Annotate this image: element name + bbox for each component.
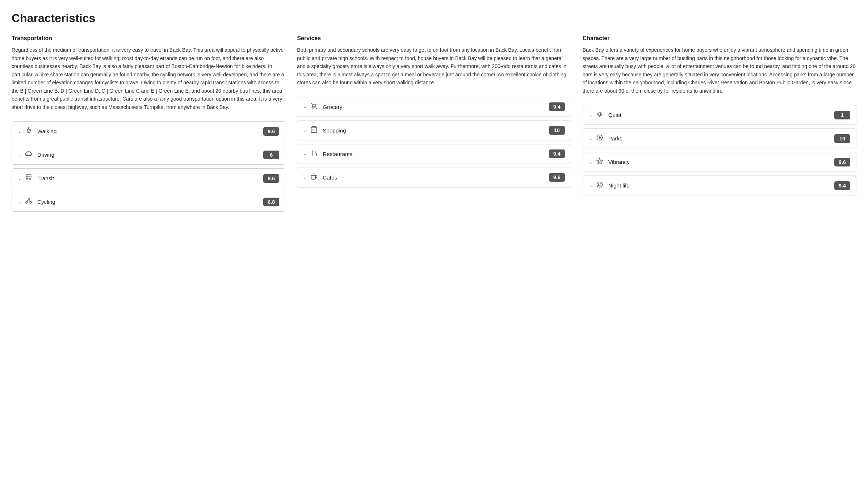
card-score-badge: 6: [263, 151, 279, 159]
chevron-down-icon[interactable]: ⌄: [18, 199, 21, 204]
score-card: ⌄Walking9.6: [12, 121, 285, 141]
card-score-badge: 6.8: [263, 198, 279, 206]
card-score-badge: 9.6: [263, 174, 279, 183]
transportation-cards: ⌄Walking9.6⌄Driving6⌄Transit9.6⌄Cycling6…: [12, 121, 285, 212]
score-card: ⌄Parks10: [583, 128, 856, 148]
svg-point-5: [27, 179, 28, 180]
score-card: ⌄Cafes9.6: [297, 168, 571, 187]
chevron-down-icon[interactable]: ⌄: [303, 128, 307, 133]
services-cards: ⌄Grocery9.4⌄Shopping10⌄Restaurants9.4⌄Ca…: [297, 97, 571, 187]
card-label: Cafes: [323, 174, 549, 181]
card-label: Cycling: [37, 199, 263, 205]
chevron-down-icon[interactable]: ⌄: [589, 136, 592, 141]
column-character: CharacterBack Bay offers a variety of ex…: [583, 35, 856, 212]
chevron-down-icon[interactable]: ⌄: [18, 129, 21, 134]
night-life-icon: [595, 181, 604, 190]
card-label: Driving: [37, 152, 263, 158]
card-label: Parks: [608, 135, 834, 142]
walking-icon: [24, 127, 33, 136]
chevron-down-icon[interactable]: ⌄: [589, 160, 592, 165]
score-card: ⌄Grocery9.4: [297, 97, 571, 117]
column-services: ServicesBoth primary and secondary schoo…: [297, 35, 571, 212]
chevron-down-icon[interactable]: ⌄: [303, 104, 307, 109]
chevron-down-icon[interactable]: ⌄: [303, 151, 307, 156]
card-label: Grocery: [323, 104, 549, 110]
chevron-down-icon[interactable]: ⌄: [589, 183, 592, 188]
parks-icon: [595, 134, 604, 143]
score-card: ⌄Driving6: [12, 145, 285, 165]
chevron-down-icon[interactable]: ⌄: [303, 175, 307, 180]
card-score-badge: 1: [834, 111, 850, 119]
svg-point-10: [313, 108, 314, 109]
score-card: ⌄Shopping10: [297, 121, 571, 140]
card-label: Transit: [37, 175, 263, 181]
card-score-badge: 10: [834, 134, 850, 143]
character-text: Back Bay offers a variety of experiences…: [583, 46, 856, 95]
columns-container: TransportationRegardless of the medium o…: [12, 35, 856, 212]
card-label: Night life: [608, 182, 834, 189]
chevron-down-icon[interactable]: ⌄: [18, 176, 21, 181]
card-score-badge: 9.4: [549, 149, 565, 158]
card-label: Walking: [37, 128, 263, 134]
svg-point-17: [597, 135, 602, 140]
vibrancy-icon: [595, 157, 604, 166]
services-text: Both primary and secondary schools are v…: [297, 46, 571, 87]
restaurants-icon: [310, 149, 318, 159]
chevron-down-icon[interactable]: ⌄: [589, 113, 592, 118]
card-score-badge: 9.4: [549, 102, 565, 111]
character-title: Character: [583, 35, 856, 42]
svg-point-6: [29, 179, 30, 180]
shopping-icon: [310, 126, 318, 135]
svg-point-18: [599, 137, 600, 138]
chevron-down-icon[interactable]: ⌄: [18, 152, 21, 157]
score-card: ⌄Night life9.4: [583, 176, 856, 195]
page-title: Characteristics: [12, 12, 856, 25]
transportation-text: Regardless of the medium of transportati…: [12, 46, 285, 111]
column-transportation: TransportationRegardless of the medium o…: [12, 35, 285, 212]
cafes-icon: [310, 173, 318, 182]
card-label: Quiet: [608, 112, 834, 118]
card-score-badge: 9.4: [834, 181, 850, 190]
score-card: ⌄Transit9.6: [12, 168, 285, 188]
character-cards: ⌄Quiet1⌄Parks10⌄Vibrancy9.6⌄Night life9.…: [583, 105, 856, 195]
card-score-badge: 10: [549, 126, 565, 135]
cycling-icon: [24, 197, 33, 206]
score-card: ⌄Quiet1: [583, 105, 856, 125]
card-label: Vibrancy: [608, 159, 834, 165]
score-card: ⌄Vibrancy9.6: [583, 152, 856, 172]
card-label: Restaurants: [323, 151, 549, 157]
card-score-badge: 9.6: [834, 158, 850, 166]
card-score-badge: 9.6: [263, 127, 279, 136]
card-score-badge: 9.6: [549, 173, 565, 182]
transit-icon: [24, 174, 33, 183]
score-card: ⌄Cycling6.8: [12, 192, 285, 212]
score-card: ⌄Restaurants9.4: [297, 144, 571, 164]
grocery-icon: [310, 102, 318, 111]
quiet-icon: [595, 110, 604, 119]
svg-point-9: [29, 198, 30, 199]
driving-icon: [24, 150, 33, 159]
card-label: Shopping: [323, 127, 549, 134]
transportation-title: Transportation: [12, 35, 285, 42]
svg-point-0: [28, 127, 29, 128]
svg-point-8: [30, 202, 32, 203]
svg-point-11: [316, 108, 317, 109]
services-title: Services: [297, 35, 571, 42]
